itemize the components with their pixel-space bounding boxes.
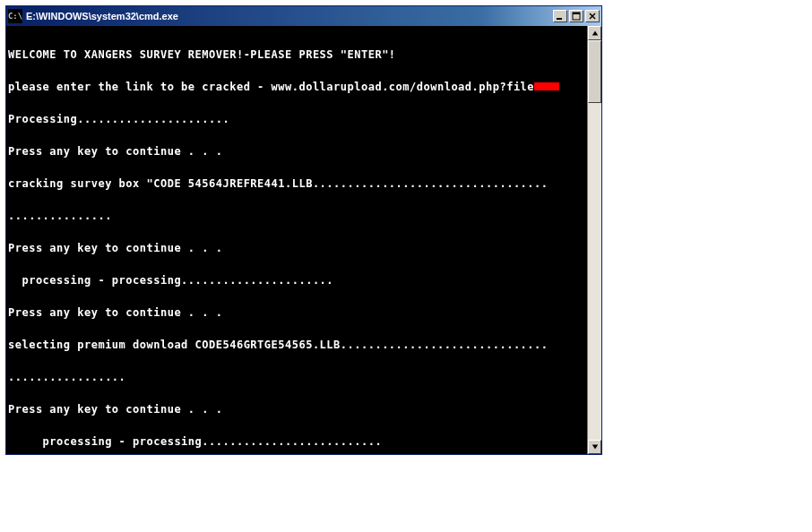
vertical-scrollbar: [587, 26, 601, 454]
maximize-icon: [572, 12, 581, 21]
console-line: Press any key to continue . . .: [8, 243, 585, 253]
redaction-box: [534, 82, 559, 90]
console-line: selecting premium download CODE546GRTGE5…: [8, 339, 585, 350]
svg-marker-6: [592, 445, 597, 450]
svg-rect-0: [557, 18, 562, 20]
minimize-button[interactable]: [553, 10, 567, 22]
window-title: E:\WINDOWS\system32\cmd.exe: [26, 11, 553, 21]
console-line: Press any key to continue . . .: [8, 404, 585, 415]
chevron-down-icon: [592, 443, 599, 450]
console-line: please enter the link to be cracked - ww…: [8, 82, 585, 92]
console-body: WELCOME TO XANGERS SURVEY REMOVER!-PLEAS…: [6, 26, 601, 454]
cmd-icon: C:\: [8, 9, 22, 23]
console-line: WELCOME TO XANGERS SURVEY REMOVER!-PLEAS…: [8, 49, 585, 60]
scroll-up-button[interactable]: [588, 26, 601, 40]
console-line: processing - processing.................…: [8, 436, 585, 447]
console-line: processing - processing.................…: [8, 275, 585, 286]
console-line: cracking survey box "CODE 54564JREFRE441…: [8, 178, 585, 189]
scroll-down-button[interactable]: [588, 440, 601, 454]
console-line: ...............: [8, 210, 585, 221]
console-line: Press any key to continue . . .: [8, 307, 585, 318]
scroll-track[interactable]: [588, 40, 601, 440]
svg-rect-2: [573, 13, 580, 14]
chevron-up-icon: [592, 30, 599, 37]
minimize-icon: [556, 12, 565, 21]
cmd-window: C:\ E:\WINDOWS\system32\cmd.exe WELCOME …: [5, 5, 602, 455]
console-line: .................: [8, 372, 585, 382]
console-output[interactable]: WELCOME TO XANGERS SURVEY REMOVER!-PLEAS…: [6, 26, 587, 454]
console-line: Processing......................: [8, 114, 585, 124]
svg-marker-5: [592, 31, 597, 36]
close-button[interactable]: [585, 10, 600, 22]
close-icon: [588, 12, 597, 21]
console-line: Press any key to continue . . .: [8, 146, 585, 157]
titlebar[interactable]: C:\ E:\WINDOWS\system32\cmd.exe: [6, 6, 601, 26]
window-controls: [553, 10, 600, 22]
maximize-button[interactable]: [569, 10, 583, 22]
scroll-thumb[interactable]: [588, 40, 601, 103]
